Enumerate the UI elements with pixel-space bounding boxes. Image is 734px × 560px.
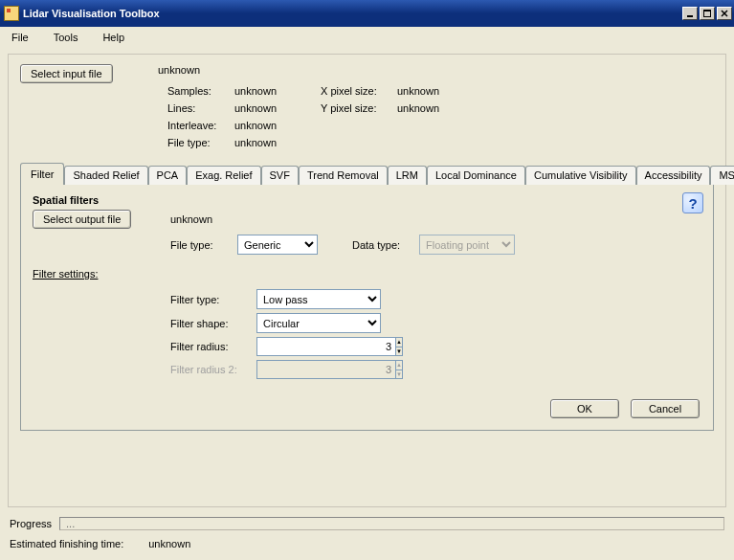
filter-panel: ? Spatial filters Select output file unk… (20, 184, 714, 431)
filter-radius2-input (256, 360, 395, 379)
out-filetype-select[interactable]: Generic (237, 235, 318, 255)
spin-up-icon[interactable]: ▲ (396, 338, 402, 347)
tab-local-dominance[interactable]: Local Dominance (427, 166, 525, 185)
datatype-label: Data type: (352, 239, 419, 251)
filter-type-select[interactable]: Low pass (256, 289, 381, 309)
filter-radius2-spinner: ▲ ▼ (256, 360, 381, 379)
menubar: File Tools Help (0, 27, 734, 48)
xpixel-value: unknown (397, 85, 474, 97)
filter-shape-select[interactable]: Circular (256, 313, 381, 333)
maximize-button[interactable] (700, 7, 715, 20)
output-path: unknown (170, 213, 212, 225)
spin-down-icon[interactable]: ▼ (396, 347, 402, 356)
progress-text: ... (60, 518, 75, 529)
main-panel: Select input file unknown Samples: unkno… (8, 54, 726, 507)
filter-radius-label: Filter radius: (170, 341, 256, 352)
out-filetype-label: File type: (170, 239, 237, 251)
lines-label: Lines: (167, 102, 234, 114)
ypixel-value: unknown (397, 102, 474, 114)
xpixel-label: X pixel size: (321, 85, 397, 97)
spatial-filters-title: Spatial filters (33, 194, 701, 206)
filetype-in-value: unknown (234, 137, 321, 148)
tab-accessibility[interactable]: Accessibility (636, 166, 711, 185)
select-input-button[interactable]: Select input file (20, 64, 113, 83)
ypixel-label: Y pixel size: (321, 102, 397, 114)
minimize-button[interactable] (682, 7, 698, 20)
svg-rect-2 (703, 10, 711, 11)
tab-filter[interactable]: Filter (20, 163, 64, 185)
samples-label: Samples: (167, 85, 234, 97)
svg-rect-0 (687, 15, 693, 17)
tabstrip: Filter Shaded Relief PCA Exag. Relief SV… (20, 162, 714, 184)
filter-shape-label: Filter shape: (170, 318, 256, 329)
close-button[interactable] (717, 7, 732, 20)
lines-value: unknown (234, 102, 321, 114)
menu-tools[interactable]: Tools (50, 30, 82, 45)
filter-settings-label: Filter settings: (33, 268, 701, 280)
filter-radius2-label: Filter radius 2: (170, 364, 256, 375)
input-path: unknown (158, 64, 474, 76)
filter-radius-spinner[interactable]: ▲ ▼ (256, 337, 381, 356)
tab-trend-removal[interactable]: Trend Removal (299, 166, 388, 185)
tab-cumulative-visibility[interactable]: Cumulative Visibility (525, 166, 636, 185)
cancel-button[interactable]: Cancel (631, 399, 700, 418)
question-icon: ? (688, 195, 697, 212)
filter-type-label: Filter type: (170, 294, 256, 305)
tab-msii[interactable]: MSII (710, 166, 734, 185)
spin-up-icon: ▲ (396, 361, 402, 370)
window-titlebar: Lidar Visualisation Toolbox (0, 0, 734, 27)
interleave-label: Interleave: (167, 120, 234, 131)
filetype-in-label: File type: (167, 137, 234, 148)
interleave-value: unknown (234, 120, 321, 131)
tab-shaded-relief[interactable]: Shaded Relief (64, 166, 147, 185)
tab-exag-relief[interactable]: Exag. Relief (187, 166, 260, 185)
tab-lrm[interactable]: LRM (388, 166, 427, 185)
eta-value: unknown (148, 538, 190, 549)
tab-svf[interactable]: SVF (261, 166, 299, 185)
progress-bar: ... (59, 517, 724, 530)
spin-down-icon: ▼ (396, 370, 402, 379)
ok-button[interactable]: OK (550, 399, 619, 418)
menu-help[interactable]: Help (99, 30, 128, 45)
menu-file[interactable]: File (8, 30, 33, 45)
window-controls (682, 7, 732, 20)
footer: Progress ... Estimated finishing time: u… (10, 517, 724, 549)
select-output-button[interactable]: Select output file (33, 210, 131, 229)
progress-label: Progress (10, 518, 52, 529)
eta-label: Estimated finishing time: (10, 538, 123, 549)
filter-radius-input[interactable] (256, 337, 395, 356)
app-icon (4, 6, 19, 21)
tab-pca[interactable]: PCA (148, 166, 188, 185)
help-button[interactable]: ? (682, 192, 703, 213)
window-title: Lidar Visualisation Toolbox (23, 8, 682, 19)
samples-value: unknown (234, 85, 321, 97)
input-section: Select input file unknown Samples: unkno… (20, 64, 714, 148)
datatype-select: Floating point (419, 235, 515, 255)
